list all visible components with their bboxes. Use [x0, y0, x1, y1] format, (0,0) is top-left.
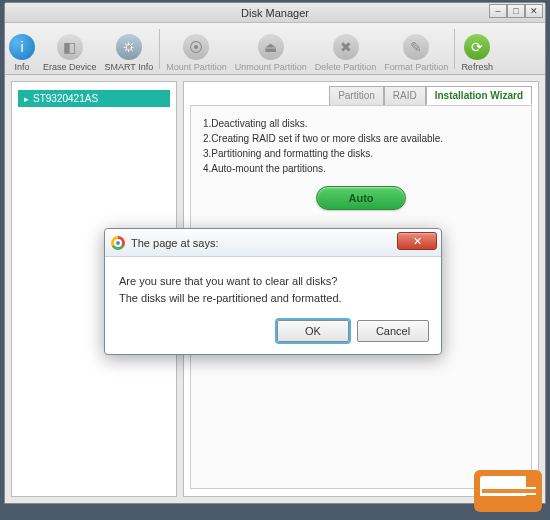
smart-info-button[interactable]: ⛭ SMART Info — [101, 23, 158, 74]
format-label: Format Partition — [384, 62, 448, 72]
disk-item[interactable]: ST9320421AS — [18, 90, 170, 107]
delete-partition-button[interactable]: ✖ Delete Partition — [311, 23, 381, 74]
dialog-line-2: The disks will be re-partitioned and for… — [119, 290, 427, 307]
unmount-icon: ⏏ — [258, 34, 284, 60]
toolbar-separator-2 — [454, 29, 455, 69]
tab-raid[interactable]: RAID — [384, 86, 426, 105]
dialog-title: The page at says: — [131, 237, 218, 249]
ok-button[interactable]: OK — [277, 320, 349, 342]
wizard-step-4: 4.Auto-mount the partitions. — [203, 161, 519, 176]
cancel-button[interactable]: Cancel — [357, 320, 429, 342]
watermark-logo — [474, 470, 542, 512]
window-title: Disk Manager — [241, 7, 309, 19]
refresh-icon: ⟳ — [464, 34, 490, 60]
wizard-step-3: 3.Partitioning and formatting the disks. — [203, 146, 519, 161]
disk-label: ST9320421AS — [33, 93, 98, 104]
wizard-step-1: 1.Deactivating all disks. — [203, 116, 519, 131]
chrome-icon — [111, 236, 125, 250]
delete-label: Delete Partition — [315, 62, 377, 72]
info-label: Info — [14, 62, 29, 72]
wizard-steps: 1.Deactivating all disks. 2.Creating RAI… — [203, 116, 519, 176]
toolbar: i Info ◧ Erase Device ⛭ SMART Info ⦿ Mou… — [5, 23, 545, 75]
erase-label: Erase Device — [43, 62, 97, 72]
dialog-line-1: Are you sure that you want to clear all … — [119, 273, 427, 290]
delete-icon: ✖ — [333, 34, 359, 60]
wizard-step-2: 2.Creating RAID set if two or more disks… — [203, 131, 519, 146]
toolbar-separator — [159, 29, 160, 69]
unmount-partition-button[interactable]: ⏏ Unmount Partition — [231, 23, 311, 74]
titlebar[interactable]: Disk Manager – □ ✕ — [5, 3, 545, 23]
erase-device-button[interactable]: ◧ Erase Device — [39, 23, 101, 74]
dialog-buttons: OK Cancel — [105, 316, 441, 354]
minimize-button[interactable]: – — [489, 4, 507, 18]
mount-partition-button[interactable]: ⦿ Mount Partition — [162, 23, 231, 74]
info-icon: i — [9, 34, 35, 60]
tab-bar: Partition RAID Installation Wizard — [184, 82, 538, 105]
erase-icon: ◧ — [57, 34, 83, 60]
mount-icon: ⦿ — [183, 34, 209, 60]
mount-label: Mount Partition — [166, 62, 227, 72]
confirm-dialog: The page at says: ✕ Are you sure that yo… — [104, 228, 442, 355]
smart-label: SMART Info — [105, 62, 154, 72]
info-button[interactable]: i Info — [5, 23, 39, 74]
refresh-label: Refresh — [461, 62, 493, 72]
dialog-close-button[interactable]: ✕ — [397, 232, 437, 250]
unmount-label: Unmount Partition — [235, 62, 307, 72]
dialog-titlebar[interactable]: The page at says: ✕ — [105, 229, 441, 257]
format-icon: ✎ — [403, 34, 429, 60]
maximize-button[interactable]: □ — [507, 4, 525, 18]
auto-button[interactable]: Auto — [316, 186, 406, 210]
smart-icon: ⛭ — [116, 34, 142, 60]
dialog-message: Are you sure that you want to clear all … — [105, 257, 441, 316]
format-partition-button[interactable]: ✎ Format Partition — [380, 23, 452, 74]
tab-installation-wizard[interactable]: Installation Wizard — [426, 86, 532, 105]
close-button[interactable]: ✕ — [525, 4, 543, 18]
refresh-button[interactable]: ⟳ Refresh — [457, 23, 497, 74]
tab-partition[interactable]: Partition — [329, 86, 384, 105]
window-controls: – □ ✕ — [489, 4, 543, 18]
